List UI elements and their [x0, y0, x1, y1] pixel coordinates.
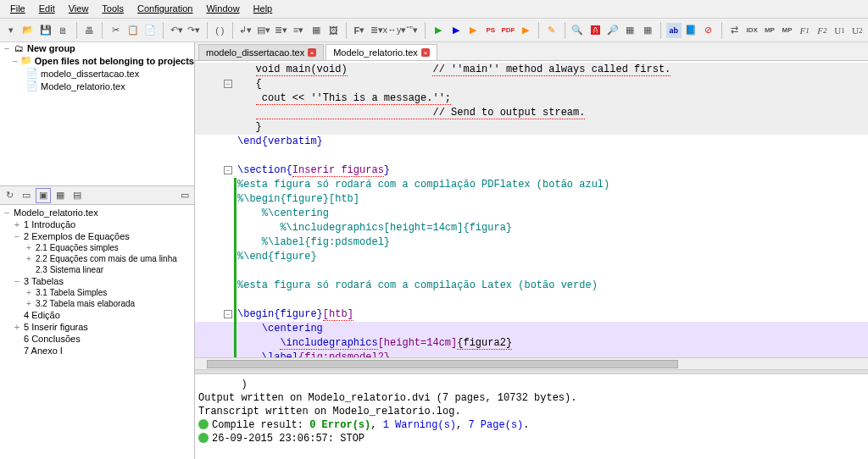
structure-item[interactable]: +5 Inserir figuras — [0, 321, 194, 333]
highlight-icon[interactable]: ✎ — [544, 23, 559, 38]
f1-icon[interactable]: F1 — [797, 23, 812, 38]
font-icon[interactable]: F▾ — [352, 23, 367, 38]
redo-icon[interactable]: ↷▾ — [186, 23, 202, 38]
list-icon[interactable]: ≣▾ — [273, 23, 288, 38]
left-panel: −🗂New group −📁Open files not belonging t… — [0, 42, 195, 459]
structure-toolbar: ↻ ▭ ▣ ▦ ▤ ▭ — [0, 186, 194, 205]
bracket-icon[interactable]: ( ) — [213, 23, 228, 38]
compile-ps-icon[interactable]: ▶ — [448, 23, 464, 38]
u1-icon[interactable]: U1 — [832, 23, 848, 38]
st-refresh-icon[interactable]: ↻ — [2, 188, 17, 203]
f2-icon[interactable]: F2 — [815, 23, 830, 38]
menu-tools[interactable]: Tools — [95, 2, 131, 16]
mp1-icon[interactable]: MP — [762, 23, 777, 38]
new-icon[interactable]: ▾ — [3, 23, 19, 38]
project-file-1[interactable]: 📄modelo_dissertacao.tex — [0, 67, 194, 80]
tab-relatorio[interactable]: Modelo_relatorio.tex× — [326, 44, 437, 60]
grid-icon[interactable]: ▦ — [623, 23, 638, 38]
structure-item[interactable]: 6 Conclusões — [0, 333, 194, 345]
close-icon[interactable]: × — [308, 48, 316, 57]
pdf-viewer-icon[interactable]: 🅰 — [587, 23, 603, 38]
align-icon[interactable]: ≡▾ — [291, 23, 306, 38]
console-line: ) — [198, 378, 865, 391]
menu-help[interactable]: Help — [247, 2, 280, 16]
stop-icon[interactable]: ⊘ — [701, 23, 716, 38]
print-icon[interactable]: 🖶 — [82, 23, 97, 38]
project-root[interactable]: −🗂New group — [0, 42, 194, 54]
console-line: Transcript written on Modelo_relatorio.l… — [198, 405, 865, 418]
xy-icon[interactable]: x↔y▾ — [387, 23, 402, 38]
console-line: Output written on Modelo_relatorio.dvi (… — [198, 391, 865, 405]
menu-configuration[interactable]: Configuration — [131, 2, 199, 16]
structure-item[interactable]: +3.2 Tabela mais elaborada — [0, 298, 194, 309]
ab-icon[interactable]: ab — [666, 23, 682, 38]
tab-dissertacao[interactable]: modelo_dissertacao.tex× — [198, 44, 324, 60]
output-console[interactable]: ) Output written on Modelo_relatorio.dvi… — [195, 374, 868, 459]
u2-icon[interactable]: U2 — [849, 23, 865, 38]
quote-icon[interactable]: “”▾ — [404, 23, 420, 38]
editor-horizontal-scrollbar[interactable] — [195, 357, 868, 369]
copy-icon[interactable]: 📋 — [125, 23, 141, 38]
st-grid-icon[interactable]: ▦ — [53, 188, 68, 203]
structure-tree[interactable]: −Modelo_relatorio.tex +1 Introdução −2 E… — [0, 205, 194, 459]
image-icon[interactable]: 🖼 — [326, 23, 341, 38]
console-compile-result: Compile result: 0 Error(s), 1 Warning(s)… — [198, 418, 865, 432]
structure-item[interactable]: +1 Introdução — [0, 218, 194, 230]
undo-icon[interactable]: ↶▾ — [169, 23, 184, 38]
project-file-2[interactable]: 📄Modelo_relatorio.tex — [0, 80, 194, 92]
save-icon[interactable]: 💾 — [38, 23, 53, 38]
project-tree[interactable]: −🗂New group −📁Open files not belonging t… — [0, 42, 194, 186]
menu-window[interactable]: Window — [199, 2, 246, 16]
compile-pdf-icon[interactable]: ▶ — [465, 23, 481, 38]
menu-view[interactable]: View — [62, 2, 96, 16]
compile-icon[interactable]: ▶ — [431, 23, 446, 38]
quick-icon[interactable]: ▶ — [518, 23, 533, 38]
st-panel-icon[interactable]: ▭ — [177, 188, 192, 203]
zoom-icon[interactable]: 🔎 — [605, 23, 620, 38]
close-icon[interactable]: × — [421, 48, 430, 57]
console-timestamp: 26-09-2015 23:06:57: STOP — [198, 432, 865, 445]
editor-tabs: modelo_dissertacao.tex× Modelo_relatorio… — [195, 42, 868, 61]
paste-icon[interactable]: 📄 — [143, 23, 159, 38]
idx-icon[interactable]: IDX — [744, 23, 760, 38]
save-all-icon[interactable]: 🗎 — [56, 23, 71, 38]
structure-item[interactable]: +2.2 Equações com mais de uma linha — [0, 253, 194, 264]
structure-item[interactable]: −3 Tabelas — [0, 275, 194, 287]
menubar: File Edit View Tools Configuration Windo… — [0, 0, 868, 19]
check-icon — [198, 433, 209, 443]
menu-edit[interactable]: Edit — [32, 2, 62, 16]
item-icon[interactable]: ▤▾ — [256, 23, 271, 38]
structure-item[interactable]: 7 Anexo I — [0, 345, 194, 357]
code-editor[interactable]: void main(void) // ''main'' method alway… — [195, 61, 868, 357]
search-doc-icon[interactable]: 🔍 — [570, 23, 586, 38]
main-toolbar: ▾ 📂 💾 🗎 🖶 ✂ 📋 📄 ↶▾ ↷▾ ( ) ↲▾ ▤▾ ≣▾ ≡▾ ▦ … — [0, 19, 868, 42]
right-panel: modelo_dissertacao.tex× Modelo_relatorio… — [195, 42, 868, 459]
structure-file[interactable]: −Modelo_relatorio.tex — [0, 207, 194, 218]
st-sel-icon[interactable]: ▣ — [36, 188, 51, 203]
mp2-icon[interactable]: MP — [780, 23, 795, 38]
structure-item[interactable]: −2 Exemplos de Equações — [0, 230, 194, 242]
menu-file[interactable]: File — [3, 2, 32, 16]
paragraph-icon[interactable]: ↲▾ — [238, 23, 253, 38]
structure-item[interactable]: +2.1 Equações simples — [0, 242, 194, 253]
pdf-label-icon[interactable]: PDF — [501, 23, 516, 38]
cut-icon[interactable]: ✂ — [108, 23, 123, 38]
open-icon[interactable]: 📂 — [21, 23, 36, 38]
grid2-icon[interactable]: ▦ — [640, 23, 655, 38]
check-icon — [198, 419, 209, 429]
project-group[interactable]: −📁Open files not belonging to projects — [0, 54, 194, 67]
ps-label-icon[interactable]: PS — [483, 23, 498, 38]
st-sect-icon[interactable]: ▭ — [19, 188, 34, 203]
structure-item[interactable]: 2.3 Sistema linear — [0, 264, 194, 275]
structure-item[interactable]: +3.1 Tabela Simples — [0, 287, 194, 298]
table-icon[interactable]: ▦ — [309, 23, 324, 38]
arrows-icon[interactable]: ⇄ — [727, 23, 743, 38]
book-icon[interactable]: 📘 — [684, 23, 699, 38]
structure-item[interactable]: 4 Edição — [0, 309, 194, 321]
st-list-icon[interactable]: ▤ — [70, 188, 85, 203]
